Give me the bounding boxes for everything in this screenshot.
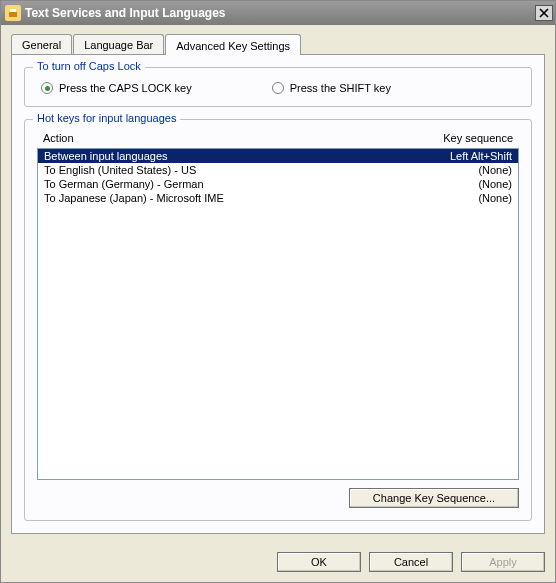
list-header: Action Key sequence [37,130,519,148]
radio-icon [41,82,53,94]
col-action: Action [43,132,443,144]
change-key-sequence-button[interactable]: Change Key Sequence... [349,488,519,508]
item-key-sequence: (None) [470,164,512,176]
list-item[interactable]: Between input languages Left Alt+Shift [38,149,518,163]
hotkeys-legend: Hot keys for input languages [33,112,180,124]
item-key-sequence: (None) [470,178,512,190]
radio-shift-key[interactable]: Press the SHIFT key [272,82,391,94]
list-item[interactable]: To Japanese (Japan) - Microsoft IME (Non… [38,191,518,205]
list-item[interactable]: To German (Germany) - German (None) [38,177,518,191]
item-action: Between input languages [44,150,442,162]
item-action: To German (Germany) - German [44,178,470,190]
radio-label: Press the CAPS LOCK key [59,82,192,94]
tab-advanced-key-settings[interactable]: Advanced Key Settings [165,34,301,55]
cancel-button[interactable]: Cancel [369,552,453,572]
hotkeys-group: Hot keys for input languages Action Key … [24,119,532,521]
tab-language-bar[interactable]: Language Bar [73,34,164,54]
close-button[interactable] [535,5,553,21]
apply-button[interactable]: Apply [461,552,545,572]
window-title: Text Services and Input Languages [25,6,535,20]
titlebar: Text Services and Input Languages [1,1,555,25]
radio-icon [272,82,284,94]
change-seq-row: Change Key Sequence... [37,488,519,508]
capslock-group: To turn off Caps Lock Press the CAPS LOC… [24,67,532,107]
item-key-sequence: Left Alt+Shift [442,150,512,162]
capslock-options: Press the CAPS LOCK key Press the SHIFT … [37,78,519,94]
item-action: To Japanese (Japan) - Microsoft IME [44,192,470,204]
hotkeys-listbox[interactable]: Between input languages Left Alt+Shift T… [37,148,519,480]
item-action: To English (United States) - US [44,164,470,176]
dialog-button-row: OK Cancel Apply [1,544,555,582]
dialog-window: Text Services and Input Languages Genera… [0,0,556,583]
app-icon [5,5,21,21]
col-key-sequence: Key sequence [443,132,513,144]
tabstrip: General Language Bar Advanced Key Settin… [11,33,545,54]
svg-rect-0 [9,12,17,17]
radio-caps-lock-key[interactable]: Press the CAPS LOCK key [41,82,192,94]
capslock-legend: To turn off Caps Lock [33,60,145,72]
content-area: General Language Bar Advanced Key Settin… [1,25,555,544]
tab-general[interactable]: General [11,34,72,54]
item-key-sequence: (None) [470,192,512,204]
svg-rect-1 [10,9,16,12]
list-item[interactable]: To English (United States) - US (None) [38,163,518,177]
ok-button[interactable]: OK [277,552,361,572]
tab-panel: To turn off Caps Lock Press the CAPS LOC… [11,54,545,534]
radio-label: Press the SHIFT key [290,82,391,94]
